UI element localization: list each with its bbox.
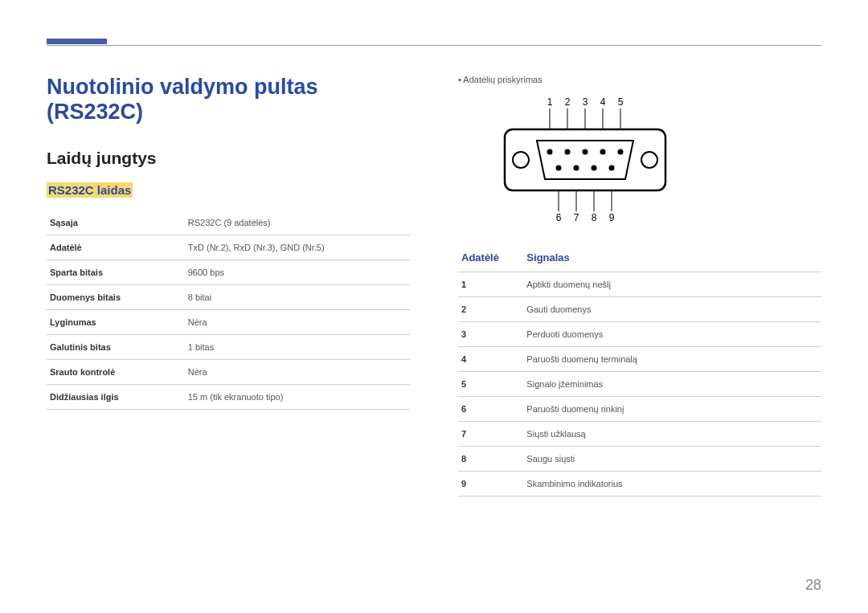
- pin-sig: Saugu siųsti: [523, 447, 821, 472]
- pin-sig: Siųsti užklausą: [523, 422, 821, 447]
- table-row: 5Signalo įžeminimas: [458, 372, 821, 397]
- page-number: 28: [805, 577, 821, 594]
- spec-label: Adatėlė: [47, 235, 185, 260]
- table-header-row: Adatėlė Signalas: [458, 247, 821, 272]
- svg-point-30: [609, 166, 615, 171]
- subsection-heading: RS232C laidas: [47, 182, 133, 198]
- spec-label: Duomenys bitais: [47, 285, 185, 310]
- spec-value: 1 bitas: [185, 335, 410, 360]
- left-column: Nuotolinio valdymo pultas (RS232C) Laidų…: [47, 75, 410, 497]
- section-heading: Laidų jungtys: [47, 149, 410, 168]
- pin-num: 8: [458, 447, 523, 472]
- svg-point-29: [592, 166, 597, 171]
- page-body: Nuotolinio valdymo pultas (RS232C) Laidų…: [47, 75, 821, 497]
- svg-point-28: [574, 166, 579, 171]
- table-row: LyginumasNėra: [47, 310, 410, 335]
- db9-diagram: 1 2 3 4 5 6 7 8 9: [458, 96, 821, 224]
- spec-label: Sąsaja: [47, 210, 185, 235]
- svg-point-27: [556, 166, 562, 171]
- svg-text:6: 6: [556, 212, 562, 223]
- spec-value: TxD (Nr.2), RxD (Nr.3), GND (Nr.5): [185, 235, 410, 260]
- pin-sig: Skambinimo indikatorius: [523, 472, 821, 497]
- spec-label: Galutinis bitas: [47, 335, 185, 360]
- svg-point-26: [618, 149, 624, 155]
- table-row: SąsajaRS232C (9 adatėlės): [47, 210, 410, 235]
- pin-sig: Paruošti duomenų rinkinį: [523, 397, 821, 422]
- pin-sig: Paruošti duomenų terminalą: [523, 347, 821, 372]
- svg-marker-21: [537, 141, 633, 179]
- svg-point-19: [513, 152, 529, 168]
- table-row: 2Gauti duomenys: [458, 297, 821, 322]
- spec-value: 15 m (tik ekranuoto tipo): [185, 385, 410, 410]
- svg-point-22: [547, 149, 553, 155]
- pin-num: 1: [458, 272, 523, 297]
- svg-text:3: 3: [583, 96, 588, 108]
- pin-num: 9: [458, 472, 523, 497]
- svg-text:1: 1: [547, 96, 553, 108]
- pin-sig: Gauti duomenys: [523, 297, 821, 322]
- svg-text:2: 2: [565, 96, 571, 108]
- pin-num: 4: [458, 347, 523, 372]
- spec-value: 9600 bps: [185, 260, 410, 285]
- svg-text:9: 9: [609, 212, 615, 223]
- page-title: Nuotolinio valdymo pultas (RS232C): [47, 75, 410, 125]
- table-row: Srauto kontrolėNėra: [47, 360, 410, 385]
- spec-value: Nėra: [185, 310, 410, 335]
- table-row: 4Paruošti duomenų terminalą: [458, 347, 821, 372]
- pin-sig: Perduoti duomenys: [523, 322, 821, 347]
- spec-label: Lyginumas: [47, 310, 185, 335]
- table-row: 1Aptikti duomenų nešlį: [458, 272, 821, 297]
- spec-label: Didžiausias ilgis: [47, 385, 185, 410]
- pin-num: 5: [458, 372, 523, 397]
- svg-text:5: 5: [618, 96, 624, 108]
- svg-text:7: 7: [574, 212, 579, 223]
- table-row: Duomenys bitais8 bitai: [47, 285, 410, 310]
- svg-text:8: 8: [592, 212, 597, 223]
- header-accent: [47, 39, 107, 44]
- svg-point-23: [565, 149, 571, 155]
- pin-table: Adatėlė Signalas 1Aptikti duomenų nešlį …: [458, 247, 821, 497]
- pin-header-a: Adatėlė: [458, 247, 523, 272]
- pin-num: 7: [458, 422, 523, 447]
- spec-label: Sparta bitais: [47, 260, 185, 285]
- spec-value: RS232C (9 adatėlės): [185, 210, 410, 235]
- svg-point-25: [600, 149, 606, 155]
- spec-value: 8 bitai: [185, 285, 410, 310]
- table-row: 7Siųsti užklausą: [458, 422, 821, 447]
- svg-text:4: 4: [600, 96, 606, 108]
- pin-num: 3: [458, 322, 523, 347]
- table-row: 9Skambinimo indikatorius: [458, 472, 821, 497]
- pin-sig: Signalo įžeminimas: [523, 372, 821, 397]
- table-row: 6Paruošti duomenų rinkinį: [458, 397, 821, 422]
- spec-label: Srauto kontrolė: [47, 360, 185, 385]
- table-row: Galutinis bitas1 bitas: [47, 335, 410, 360]
- svg-point-24: [583, 149, 588, 155]
- right-column: Adatėlių priskyrimas 1 2 3 4 5 6 7 8 9: [458, 75, 821, 497]
- table-row: AdatėlėTxD (Nr.2), RxD (Nr.3), GND (Nr.5…: [47, 235, 410, 260]
- pin-note: Adatėlių priskyrimas: [458, 75, 821, 84]
- db9-connector-icon: 1 2 3 4 5 6 7 8 9: [489, 96, 698, 224]
- table-row: 8Saugu siųsti: [458, 447, 821, 472]
- table-row: 3Perduoti duomenys: [458, 322, 821, 347]
- pin-num: 6: [458, 397, 523, 422]
- table-row: Didžiausias ilgis15 m (tik ekranuoto tip…: [47, 385, 410, 410]
- pin-sig: Aptikti duomenų nešlį: [523, 272, 821, 297]
- svg-point-20: [641, 152, 657, 168]
- table-row: Sparta bitais9600 bps: [47, 260, 410, 285]
- spec-table: SąsajaRS232C (9 adatėlės) AdatėlėTxD (Nr…: [47, 210, 410, 410]
- pin-num: 2: [458, 297, 523, 322]
- spec-value: Nėra: [185, 360, 410, 385]
- header-rule: [47, 45, 821, 46]
- pin-header-b: Signalas: [523, 247, 821, 272]
